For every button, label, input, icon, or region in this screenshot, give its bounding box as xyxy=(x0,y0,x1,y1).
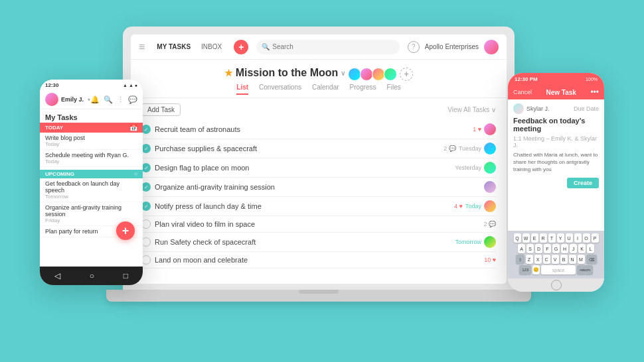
create-button[interactable]: Create xyxy=(567,178,599,188)
nav-tab-mytasks[interactable]: MY TASKS xyxy=(153,42,195,52)
task-checkbox-2[interactable]: ✓ xyxy=(141,144,151,153)
key-space[interactable]: space xyxy=(541,265,576,274)
phone-task-sub-3: Tomorrow xyxy=(45,194,137,200)
hamburger-icon[interactable]: ≡ xyxy=(139,41,145,53)
nav-tab-inbox[interactable]: INBOX xyxy=(197,42,226,52)
home-button[interactable]: ○ xyxy=(90,271,94,280)
task-checkbox-1[interactable]: ✓ xyxy=(141,125,151,134)
key-s[interactable]: S xyxy=(526,244,534,253)
task-title-input[interactable]: Feedback on today's meeting xyxy=(513,117,599,133)
phone-options-icon[interactable]: ⋮ xyxy=(117,95,124,104)
key-x[interactable]: X xyxy=(534,255,542,264)
task-avatar-7 xyxy=(484,236,496,248)
key-f[interactable]: F xyxy=(544,244,551,253)
task-meta-5: 4 ♥ Today xyxy=(454,200,496,212)
key-g[interactable]: G xyxy=(552,244,560,253)
project-nav-conversations[interactable]: Conversations xyxy=(259,84,301,95)
key-h[interactable]: H xyxy=(561,244,568,253)
phone-section-title: My Tasks xyxy=(40,109,143,123)
home-button[interactable] xyxy=(551,280,562,290)
member-avatar-3 xyxy=(372,68,385,81)
chevron-down-icon[interactable]: ∨ xyxy=(341,70,345,77)
more-options-button[interactable]: ••• xyxy=(590,88,599,97)
circle-icon: ○ xyxy=(134,171,137,177)
task-avatar-5 xyxy=(484,200,496,212)
phone-status-icons: ▲ ▲ ● xyxy=(123,83,137,88)
key-c[interactable]: C xyxy=(543,255,550,264)
key-t[interactable]: T xyxy=(548,233,556,243)
upcoming-label: UPCOMING xyxy=(45,171,74,177)
task-meta-7: Tomorrow xyxy=(455,236,496,248)
key-e[interactable]: E xyxy=(531,233,538,243)
task-subtitle: 1:1 Meeting – Emily K. & Skylar J. xyxy=(513,135,599,149)
project-nav-progress[interactable]: Progress xyxy=(350,84,376,95)
key-n[interactable]: N xyxy=(569,255,576,264)
phone-bell-icon[interactable]: 🔔 xyxy=(90,95,100,104)
key-return[interactable]: return xyxy=(577,265,593,274)
key-j[interactable]: J xyxy=(570,244,577,253)
task-checkbox-4[interactable]: ✓ xyxy=(141,182,151,192)
table-row: ✓ Recruit team of astronauts 1 ♥ xyxy=(141,120,496,139)
phone-search-icon[interactable]: 🔍 xyxy=(104,95,113,104)
member-avatar-4 xyxy=(384,68,397,81)
key-shift[interactable]: ⇧ xyxy=(516,255,524,264)
calendar-icon[interactable]: 📅 xyxy=(129,124,137,131)
phone-chat-icon[interactable]: 💬 xyxy=(128,95,137,104)
project-nav-files[interactable]: Files xyxy=(387,84,401,95)
fab-add-button[interactable]: + xyxy=(116,221,135,240)
key-y[interactable]: Y xyxy=(557,233,564,243)
key-b[interactable]: B xyxy=(560,255,568,264)
key-u[interactable]: U xyxy=(566,233,573,243)
keyboard-row-1: Q W E R T Y U I O P xyxy=(509,233,603,243)
task-checkbox-5[interactable]: ✓ xyxy=(141,202,151,211)
search-input[interactable] xyxy=(272,43,394,50)
key-w[interactable]: W xyxy=(523,233,530,243)
key-i[interactable]: I xyxy=(574,233,582,243)
key-q[interactable]: Q xyxy=(514,233,521,243)
key-v[interactable]: V xyxy=(552,255,559,264)
key-p[interactable]: P xyxy=(592,233,599,243)
task-area: Add Task View All Tasks ∨ ✓ Recruit team… xyxy=(131,98,507,284)
task-hearts-1: 1 ♥ xyxy=(473,126,481,133)
keyboard-row-4: 123 😊 space return xyxy=(509,265,603,274)
phone-right: 12:30 PM 100% Cancel New Task ••• Skylar… xyxy=(508,73,604,292)
task-checkbox-3[interactable]: ✓ xyxy=(141,163,151,172)
key-a[interactable]: A xyxy=(518,244,525,253)
key-m[interactable]: M xyxy=(578,255,585,264)
task-checkbox-7[interactable] xyxy=(141,237,151,247)
key-l[interactable]: L xyxy=(587,244,594,253)
key-o[interactable]: O xyxy=(583,233,590,243)
table-row: Land on moon and celebrate 10 ♥ xyxy=(141,252,496,269)
task-date-7: Tomorrow xyxy=(455,239,481,245)
key-z[interactable]: Z xyxy=(526,255,533,264)
key-numbers[interactable]: 123 xyxy=(519,265,531,274)
help-button[interactable]: ? xyxy=(408,41,420,53)
task-avatar-1 xyxy=(484,123,496,135)
task-checkbox-6[interactable] xyxy=(141,219,151,229)
project-nav-calendar[interactable]: Calendar xyxy=(312,84,339,95)
phone-user-name: Emily J. xyxy=(61,96,84,103)
project-nav-list[interactable]: List xyxy=(236,84,248,95)
task-date-2: Tuesday xyxy=(459,145,481,152)
add-member-button[interactable]: + xyxy=(400,68,413,81)
star-icon: ★ xyxy=(224,68,233,78)
view-all-tasks[interactable]: View All Tasks ∨ xyxy=(447,106,496,113)
task-date-5: Today xyxy=(465,203,481,210)
key-emoji[interactable]: 😊 xyxy=(532,265,540,274)
phone-task-name-1: Write blog post xyxy=(45,135,137,141)
back-button[interactable]: ◁ xyxy=(54,271,60,280)
task-name-1: Recruit team of astronauts xyxy=(155,125,469,133)
key-backspace[interactable]: ⌫ xyxy=(586,255,597,264)
key-k[interactable]: K xyxy=(578,244,586,253)
key-r[interactable]: R xyxy=(540,233,547,243)
task-checkbox-8[interactable] xyxy=(141,255,151,265)
task-avatar-2 xyxy=(484,143,496,154)
add-task-button[interactable]: Add Task xyxy=(141,103,181,116)
cancel-button[interactable]: Cancel xyxy=(513,89,532,95)
assignee-name: Skylar J. xyxy=(526,105,550,112)
due-date-label[interactable]: Due Date xyxy=(574,105,599,112)
phone-task-name-4: Organize anti-gravity training session xyxy=(45,204,137,217)
add-global-button[interactable]: + xyxy=(234,40,248,54)
recents-button[interactable]: □ xyxy=(123,271,128,280)
key-d[interactable]: D xyxy=(535,244,542,253)
